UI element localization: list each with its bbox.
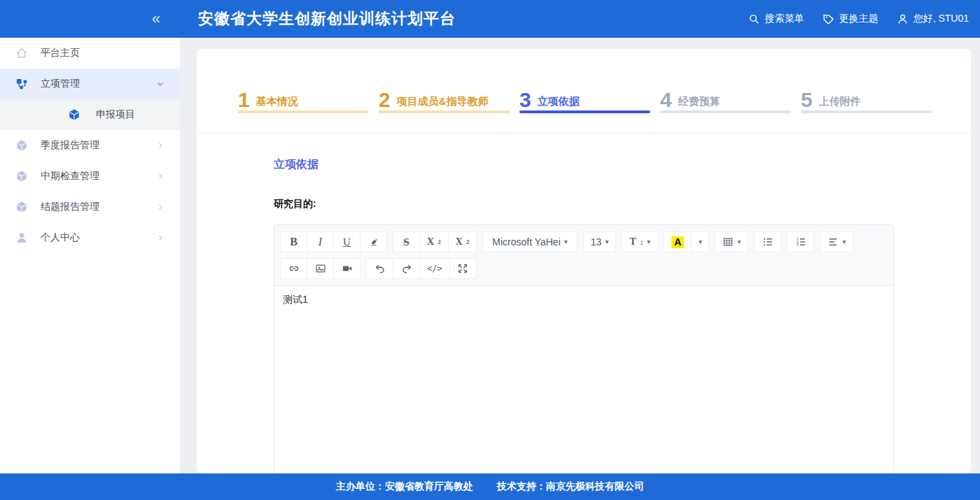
sidebar-item-label: 季度报告管理 [41,139,156,152]
font-color-button[interactable]: A [664,231,692,252]
chevron-right-icon [156,234,164,242]
font-family-value: Microsoft YaHei [492,236,561,248]
sidebar-item-midterm-check[interactable]: 中期检查管理 [0,161,180,192]
footer-host-unit: 主办单位：安徽省教育厅高教处 [336,480,473,493]
main-content: 1基本情况 2项目成员&指导教师 3立项依据 4经费预算 5上传附件 [180,38,980,473]
strikethrough-button[interactable]: S [393,231,420,252]
line-height-dropdown[interactable]: T↕▾ [622,231,658,252]
research-purpose-label: 研究目的: [274,198,894,210]
search-menu-button[interactable]: 搜索菜单 [748,13,804,25]
cube-icon [15,139,28,152]
clear-format-button[interactable] [360,231,387,252]
redo-button[interactable] [393,258,420,279]
superscript-base: X [427,236,434,248]
step-label: 经费预算 [678,95,720,110]
step-underline [519,110,650,113]
insert-image-button[interactable] [307,258,334,279]
ordered-list-button[interactable] [787,231,814,252]
page-footer: 主办单位：安徽省教育厅高教处 技术支持：南京先极科技有限公司 [0,473,980,500]
cube-icon [15,170,28,183]
user-icon [897,13,909,25]
bold-button[interactable]: B [280,231,307,252]
table-icon [722,236,734,248]
insert-table-dropdown[interactable]: ▾ [715,231,748,252]
form-body: 立项依据 研究目的: B I U S [197,157,971,473]
sidebar-item-quarterly-report[interactable]: 季度报告管理 [0,130,180,161]
sidebar-item-label: 个人中心 [41,231,156,244]
top-header: « 安徽省大学生创新创业训练计划平台 搜索菜单 更换主题 您好, STU01 [0,0,980,38]
user-menu-button[interactable]: 您好, STU01 [897,13,969,25]
italic-button[interactable]: I [307,231,334,252]
superscript-mark: 2 [438,238,441,245]
step-number: 5 [801,90,813,110]
caret-down-icon: ▾ [647,238,650,245]
step-1-basic-info[interactable]: 1基本情况 [238,89,369,133]
step-5-attachments[interactable]: 5上传附件 [801,89,932,133]
caret-down-icon: ▾ [842,238,846,245]
sidebar-item-final-report[interactable]: 结题报告管理 [0,192,180,222]
wizard-card: 1基本情况 2项目成员&指导教师 3立项依据 4经费预算 5上传附件 [197,49,971,473]
step-3-project-basis[interactable]: 3立项依据 [519,89,650,133]
sidebar-item-personal-center[interactable]: 个人中心 [0,222,180,253]
font-size-value: 13 [591,236,602,248]
superscript-button[interactable]: X2 [419,231,449,252]
app-window: « 安徽省大学生创新创业训练计划平台 搜索菜单 更换主题 您好, STU01 平… [0,0,980,500]
step-underline [238,110,369,113]
line-height-letter: T [629,236,636,248]
fullscreen-button[interactable] [449,258,477,279]
sidebar-item-label: 结题报告管理 [41,201,156,213]
step-4-budget[interactable]: 4经费预算 [660,89,791,133]
font-color-swatch: A [671,236,684,248]
unordered-list-button[interactable] [754,231,781,252]
insert-link-button[interactable] [280,258,307,279]
paragraph-align-dropdown[interactable]: ▾ [820,231,853,252]
chevron-right-icon [156,141,164,150]
search-menu-label: 搜索菜单 [765,13,804,25]
insert-video-button[interactable] [333,258,360,279]
underline-button[interactable]: U [333,231,360,252]
step-label: 项目成员&指导教师 [397,95,489,110]
rich-text-editor: B I U S X2 X2 Microsoft YaH [274,224,894,473]
caret-down-icon: ▾ [605,238,608,245]
updown-arrow-icon: ↕ [640,238,644,246]
code-view-button[interactable]: </> [419,258,450,279]
collapse-sidebar-icon[interactable]: « [152,11,159,27]
header-sidebar-zone: « [0,0,180,38]
font-color-dropdown[interactable]: ▾ [691,231,709,252]
footer-tech-support: 技术支持：南京先极科技有限公司 [497,480,644,493]
editor-content-area[interactable]: 测试1 [274,286,893,473]
fullscreen-icon [457,263,468,274]
align-icon [827,236,839,248]
sitemap-icon [15,78,28,90]
undo-button[interactable] [366,258,393,279]
step-number: 1 [238,90,250,110]
step-2-members-teachers[interactable]: 2项目成员&指导教师 [379,89,510,133]
home-icon [15,47,28,59]
link-icon [288,263,300,274]
sidebar-item-home[interactable]: 平台主页 [0,38,180,69]
list-ul-icon [762,236,774,248]
chevron-down-icon [156,80,164,88]
caret-down-icon: ▾ [737,238,741,245]
subscript-mark: 2 [466,238,470,245]
eraser-icon [368,236,379,248]
editor-toolbar: B I U S X2 X2 Microsoft YaH [274,225,893,286]
chevron-right-icon [156,203,164,211]
sidebar-item-project-management[interactable]: 立项管理 [0,69,180,99]
font-size-dropdown[interactable]: 13▾ [583,231,617,252]
page-title: 安徽省大学生创新创业训练计划平台 [198,8,748,29]
sidebar-item-apply-project[interactable]: 申报项目 [0,99,180,130]
section-title: 立项依据 [274,157,894,172]
search-icon [748,13,760,25]
person-icon [15,231,28,244]
step-label: 上传附件 [819,95,861,110]
step-number: 4 [660,90,672,110]
font-family-dropdown[interactable]: Microsoft YaHei▾ [482,231,578,252]
change-theme-button[interactable]: 更换主题 [822,13,878,25]
subscript-button[interactable]: X2 [448,231,477,252]
undo-icon [374,263,386,274]
step-number: 2 [379,90,391,110]
sidebar-item-label: 中期检查管理 [41,170,156,183]
step-underline [660,110,791,113]
sidebar-item-label: 立项管理 [41,78,156,90]
